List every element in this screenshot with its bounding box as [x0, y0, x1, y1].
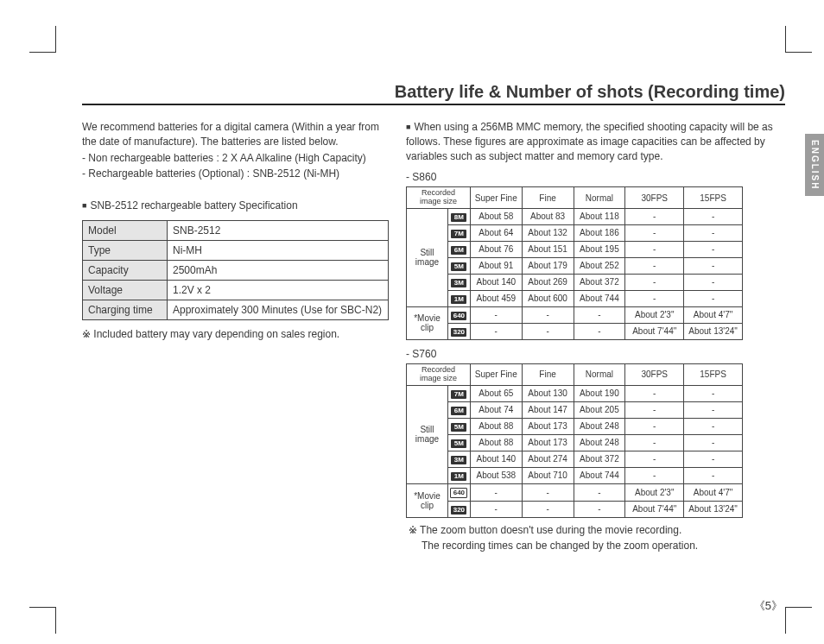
data-cell: - [522, 306, 574, 323]
data-cell: - [574, 501, 625, 517]
data-cell: About 118 [574, 208, 625, 224]
size-icon-cell: 320 [447, 501, 470, 517]
data-cell: About 269 [522, 274, 574, 290]
data-cell: - [625, 451, 684, 467]
data-cell: About 195 [574, 241, 625, 257]
column-header: 30FPS [625, 363, 684, 385]
data-cell: - [625, 434, 684, 451]
data-cell: - [625, 274, 684, 290]
column-header: 15FPS [684, 363, 743, 385]
size-icon: 5M [451, 262, 466, 271]
data-cell: About 91 [470, 257, 522, 274]
data-cell: - [470, 323, 522, 339]
spec-value: Approximately 300 Minutes (Use for SBC-N… [168, 300, 389, 319]
row-group: *Movieclip [407, 306, 448, 339]
row-group: Stillimage [407, 208, 448, 306]
data-cell: - [684, 257, 743, 274]
data-cell: About 4'7" [684, 306, 743, 323]
size-icon-cell: 320 [447, 323, 470, 339]
size-icon: 5M [451, 423, 466, 432]
data-cell: About 538 [470, 467, 522, 483]
size-icon-cell: 7M [447, 224, 470, 241]
data-cell: About 140 [470, 274, 522, 290]
data-cell: About 7'44" [625, 323, 684, 339]
data-cell: - [684, 451, 743, 467]
spec-label: Capacity [83, 260, 168, 280]
data-cell: About 372 [574, 451, 625, 467]
table-label: - S760 [406, 347, 785, 362]
data-cell: - [684, 434, 743, 451]
page-title: Battery life & Number of shots (Recordin… [82, 82, 785, 105]
data-cell: - [470, 306, 522, 323]
data-cell: - [625, 385, 684, 401]
left-column: We recommend batteries for a digital cam… [82, 118, 389, 555]
data-cell: About 4'7" [684, 483, 743, 501]
data-cell: - [684, 208, 743, 224]
data-cell: About 372 [574, 274, 625, 290]
size-icon-cell: 6M [447, 241, 470, 257]
size-icon-cell: 1M [447, 467, 470, 483]
data-cell: - [625, 224, 684, 241]
data-cell: About 58 [470, 208, 522, 224]
size-icon-cell: 640 [447, 306, 470, 323]
data-cell: About 248 [574, 418, 625, 434]
data-cell: About 173 [522, 434, 574, 451]
data-cell: About 88 [470, 418, 522, 434]
header-recorded: Recordedimage size [407, 187, 471, 209]
data-cell: - [625, 418, 684, 434]
column-header: Fine [522, 187, 574, 209]
footer-note-2: The recording times can be changed by th… [406, 539, 785, 553]
columns: We recommend batteries for a digital cam… [82, 118, 785, 555]
data-cell: - [574, 323, 625, 339]
data-cell: - [625, 401, 684, 418]
data-cell: About 65 [470, 385, 522, 401]
size-icon-cell: 640 [447, 483, 470, 501]
data-cell: About 147 [522, 401, 574, 418]
spec-label: Charging time [83, 300, 168, 319]
data-cell: About 13'24" [684, 501, 743, 517]
size-icon: 3M [451, 456, 466, 464]
size-icon: 3M [451, 279, 466, 287]
data-cell: About 252 [574, 257, 625, 274]
crop-mark [29, 26, 56, 53]
crop-mark [29, 607, 56, 634]
capacity-tables: - S860Recordedimage sizeSuper FineFineNo… [406, 170, 785, 517]
data-cell: About 710 [522, 467, 574, 483]
size-icon-cell: 3M [447, 451, 470, 467]
size-icon: 640 [450, 488, 467, 498]
size-icon-cell: 6M [447, 401, 470, 418]
table-label: - S860 [406, 170, 785, 185]
data-cell: About 600 [522, 290, 574, 306]
data-cell: - [470, 501, 522, 517]
data-cell: - [625, 257, 684, 274]
size-icon: 7M [451, 230, 466, 238]
data-cell: About 744 [574, 290, 625, 306]
spec-value: 1.2V x 2 [168, 280, 389, 300]
data-cell: About 13'24" [684, 323, 743, 339]
size-icon: 5M [451, 439, 466, 448]
size-icon: 6M [451, 246, 466, 255]
data-cell: About 744 [574, 467, 625, 483]
data-cell: About 76 [470, 241, 522, 257]
data-cell: About 64 [470, 224, 522, 241]
size-icon: 7M [451, 390, 466, 399]
spec-label: Voltage [83, 280, 168, 300]
data-cell: About 274 [522, 451, 574, 467]
header-recorded: Recordedimage size [407, 363, 471, 385]
size-icon: 320 [451, 328, 466, 337]
data-cell: - [684, 224, 743, 241]
size-icon-cell: 1M [447, 290, 470, 306]
data-cell: - [684, 290, 743, 306]
column-header: 30FPS [625, 187, 684, 209]
row-group: Stillimage [407, 385, 448, 483]
data-cell: About 151 [522, 241, 574, 257]
data-cell: - [522, 483, 574, 501]
data-cell: - [522, 501, 574, 517]
data-cell: About 186 [574, 224, 625, 241]
column-header: Super Fine [470, 187, 522, 209]
size-icon: 6M [451, 407, 466, 415]
page: ENGLISH Battery life & Number of shots (… [0, 0, 824, 644]
data-cell: About 130 [522, 385, 574, 401]
data-cell: - [684, 241, 743, 257]
data-cell: About 88 [470, 434, 522, 451]
